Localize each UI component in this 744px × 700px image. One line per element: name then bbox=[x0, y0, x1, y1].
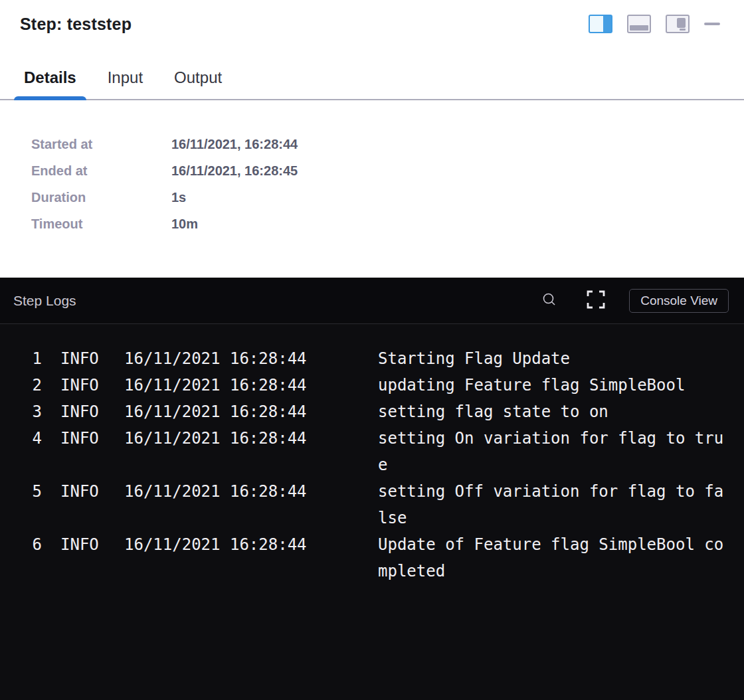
window-controls bbox=[589, 13, 720, 33]
console-view-button[interactable]: Console View bbox=[629, 289, 729, 313]
log-level: INFO bbox=[60, 398, 99, 425]
tab-details[interactable]: Details bbox=[14, 68, 86, 99]
log-message: setting On variation for flag to true bbox=[378, 425, 727, 478]
log-row: 2 INFO 16/11/2021 16:28:44 updating Feat… bbox=[15, 372, 744, 398]
log-row: 1 INFO 16/11/2021 16:28:44 Starting Flag… bbox=[15, 345, 744, 372]
log-line-number: 1 bbox=[15, 345, 42, 372]
detail-label: Ended at bbox=[31, 157, 171, 184]
detail-row-ended-at: Ended at 16/11/2021, 16:28:45 bbox=[31, 157, 744, 184]
log-timestamp: 16/11/2021 16:28:44 bbox=[124, 531, 308, 558]
log-level: INFO bbox=[60, 372, 99, 398]
tab-bar: Details Input Output bbox=[0, 68, 744, 100]
detail-value: 16/11/2021, 16:28:44 bbox=[171, 131, 298, 157]
log-timestamp: 16/11/2021 16:28:44 bbox=[124, 345, 308, 372]
log-level: INFO bbox=[60, 478, 99, 505]
bottom-layout-icon[interactable] bbox=[627, 15, 651, 33]
log-level: INFO bbox=[60, 531, 99, 558]
search-icon bbox=[541, 292, 557, 309]
split-right-fill bbox=[603, 16, 611, 32]
bottom-layout-fill bbox=[630, 25, 648, 31]
page-title: Step: teststep bbox=[20, 15, 132, 34]
detail-label: Timeout bbox=[31, 211, 171, 237]
detail-label: Started at bbox=[31, 131, 171, 157]
log-message: updating Feature flag SimpleBool bbox=[378, 372, 727, 398]
log-line-number: 3 bbox=[15, 398, 42, 425]
step-logs-header: Step Logs bbox=[0, 278, 744, 324]
log-timestamp: 16/11/2021 16:28:44 bbox=[124, 398, 308, 425]
detail-label: Duration bbox=[31, 184, 171, 211]
step-logs-title: Step Logs bbox=[13, 293, 76, 309]
log-level: INFO bbox=[60, 345, 99, 372]
log-row: 6 INFO 16/11/2021 16:28:44 Update of Fea… bbox=[15, 531, 744, 584]
log-line-number: 4 bbox=[15, 425, 42, 452]
log-timestamp: 16/11/2021 16:28:44 bbox=[124, 425, 308, 452]
minimize-icon[interactable] bbox=[704, 23, 720, 25]
log-timestamp: 16/11/2021 16:28:44 bbox=[124, 372, 308, 398]
log-line-number: 6 bbox=[15, 531, 42, 558]
log-line-number: 2 bbox=[15, 372, 42, 398]
log-level: INFO bbox=[60, 425, 99, 452]
log-row: 3 INFO 16/11/2021 16:28:44 setting flag … bbox=[15, 398, 744, 425]
log-row: 5 INFO 16/11/2021 16:28:44 setting Off v… bbox=[15, 478, 744, 531]
log-timestamp: 16/11/2021 16:28:44 bbox=[124, 478, 308, 505]
detail-row-timeout: Timeout 10m bbox=[31, 211, 744, 237]
floating-layout-bar bbox=[680, 29, 686, 31]
log-row: 4 INFO 16/11/2021 16:28:44 setting On va… bbox=[15, 425, 744, 478]
step-logs-actions: Console View bbox=[541, 289, 729, 313]
step-logs-panel: Step Logs bbox=[0, 278, 744, 700]
detail-row-started-at: Started at 16/11/2021, 16:28:44 bbox=[31, 131, 744, 157]
log-message: setting Off variation for flag to false bbox=[378, 478, 727, 531]
log-message: setting flag state to on bbox=[378, 398, 727, 425]
tab-output[interactable]: Output bbox=[164, 68, 232, 99]
split-right-layout-icon[interactable] bbox=[589, 15, 612, 33]
detail-value: 1s bbox=[171, 184, 186, 211]
log-line-number: 5 bbox=[15, 478, 42, 505]
search-button[interactable] bbox=[541, 292, 557, 309]
log-message: Starting Flag Update bbox=[378, 345, 727, 372]
log-message: Update of Feature flag SimpleBool comple… bbox=[378, 531, 727, 584]
floating-layout-icon[interactable] bbox=[666, 15, 690, 33]
detail-value: 10m bbox=[171, 211, 198, 237]
tab-input[interactable]: Input bbox=[98, 68, 153, 99]
floating-layout-rect bbox=[677, 18, 686, 28]
detail-value: 16/11/2021, 16:28:45 bbox=[171, 157, 298, 184]
fullscreen-button[interactable] bbox=[585, 289, 606, 312]
detail-row-duration: Duration 1s bbox=[31, 184, 744, 211]
details-section: Started at 16/11/2021, 16:28:44 Ended at… bbox=[0, 100, 744, 258]
expand-icon bbox=[585, 289, 606, 312]
step-logs-content: 1 INFO 16/11/2021 16:28:44 Starting Flag… bbox=[0, 324, 744, 584]
step-header: Step: teststep bbox=[0, 0, 744, 34]
